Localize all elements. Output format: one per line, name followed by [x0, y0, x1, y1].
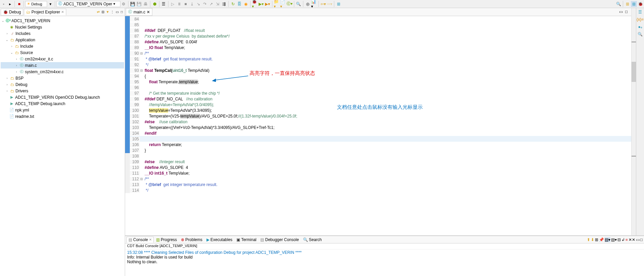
remove-icon[interactable]: ▤▾: [611, 237, 617, 242]
tree-npk[interactable]: 📄npk.yml: [1, 107, 124, 113]
step-over-icon[interactable]: ↷: [202, 1, 208, 7]
nav-fwd-icon[interactable]: ⇨▾: [327, 1, 333, 7]
lock-scroll-icon[interactable]: ⊟: [617, 237, 621, 242]
tree-source[interactable]: ⌄🗀Source: [1, 49, 124, 56]
tab-terminal[interactable]: ▣Terminal: [235, 237, 258, 242]
new-proj-icon[interactable]: 📁▾: [274, 1, 280, 7]
remove-all-icon[interactable]: ✕✕: [629, 237, 635, 242]
terminate-icon[interactable]: ■: [183, 1, 189, 7]
run-icon[interactable]: ▶▾: [258, 1, 264, 7]
min-icon[interactable]: ▭: [636, 237, 640, 242]
tree-launch2[interactable]: ▶ADC1_TEMP Debug.launch: [1, 100, 124, 107]
new-src-icon[interactable]: 📄▾: [280, 1, 286, 7]
close-icon[interactable]: ✕: [61, 10, 64, 14]
tree-nuclei[interactable]: ◉Nuclei Settings: [1, 24, 124, 30]
persp3-icon[interactable]: 🐞: [637, 1, 643, 7]
back-icon[interactable]: ◦: [1, 1, 7, 7]
breakpoints-icon[interactable]: ●ₒ: [638, 24, 643, 30]
minimize-icon[interactable]: ▭: [619, 9, 624, 15]
tree-drivers[interactable]: ›🗀Drivers: [1, 88, 124, 94]
resume-icon[interactable]: ▷: [170, 1, 176, 7]
lineno: 113: [130, 182, 140, 187]
tab-console[interactable]: ▤Console✕: [126, 237, 154, 243]
drop-icon[interactable]: ⇲: [215, 1, 221, 7]
highlighted-token: tempValue: [180, 114, 199, 119]
instr-icon[interactable]: ⇶: [221, 1, 227, 7]
persp-icon[interactable]: ⊞: [336, 1, 342, 7]
menu-icon[interactable]: ⋮: [110, 10, 115, 14]
code-editor[interactable]: 高亮字符，一直保持高亮状态 文档任意处点击鼠标没有输入光标显示 84 85 86…: [125, 16, 631, 235]
max-icon[interactable]: □: [640, 237, 643, 242]
tree-readme[interactable]: 📄readme.txt: [1, 113, 124, 120]
launch-config-combo[interactable]: ⓒ ADC1_TEMP_VERIN Oper ▾: [56, 1, 120, 7]
gear-icon[interactable]: ⚙: [121, 1, 127, 7]
link-editor-icon[interactable]: ⇄: [96, 10, 101, 14]
project-tree[interactable]: ⌄ⓒˢADC1_TEMP_VERIN ◉Nuclei Settings ›⫽In…: [0, 16, 125, 276]
bug-icon[interactable]: 🐞▾: [252, 1, 258, 7]
editor-tab-main[interactable]: ⓒmain.c✕: [126, 8, 152, 16]
tab-search[interactable]: 🔍Search: [301, 237, 324, 242]
restart-icon[interactable]: ↻: [230, 1, 236, 7]
tree-file-sys[interactable]: ›ⓒsystem_cm32m4xxr.c: [1, 68, 124, 75]
nav-back-icon[interactable]: ⇦▾: [320, 1, 326, 7]
lineno: 97: [130, 91, 140, 96]
tab-problems[interactable]: ⊗Problems: [179, 237, 204, 242]
suspend-icon[interactable]: ⏸: [176, 1, 182, 7]
debug-config-combo[interactable]: Debug: [25, 1, 47, 7]
forward-icon[interactable]: ▸: [7, 1, 13, 7]
display-icon[interactable]: ▤▾: [605, 237, 610, 242]
expr-icon[interactable]: 🔍: [638, 32, 643, 37]
tree-include[interactable]: ›🗀Include: [1, 43, 124, 49]
run-dropdown-icon[interactable]: ▾: [47, 1, 53, 7]
wrap-icon[interactable]: ↲: [621, 237, 625, 242]
step-into-icon[interactable]: ↘: [195, 1, 201, 7]
console-body[interactable]: 15:32:08 **** Cleaning Selected Files of…: [125, 249, 644, 276]
tab-progress[interactable]: ▥Progress: [154, 237, 179, 242]
tree-debug[interactable]: ›🗀Debug: [1, 81, 124, 88]
filter-icon[interactable]: ▼: [105, 10, 110, 14]
new-class-icon[interactable]: ⓒ▾: [287, 1, 293, 7]
overview-ruler[interactable]: [631, 8, 636, 235]
vars-icon[interactable]: (x)=: [638, 17, 643, 22]
tab-debugger-console[interactable]: ▤Debugger Console: [259, 237, 300, 242]
tree-file-it[interactable]: ›ⓒcm32m4xxr_it.c: [1, 56, 124, 62]
prof-icon[interactable]: 📊▾: [311, 1, 317, 7]
print-icon[interactable]: 🖶: [143, 1, 149, 7]
tab-debug[interactable]: 🐞Debug: [1, 9, 23, 15]
tree-file-main[interactable]: ›ⓒmain.c: [1, 62, 124, 68]
disconnect-icon[interactable]: ⤓: [189, 1, 195, 7]
tab-project-explorer[interactable]: 🗂Project Explorer✕: [24, 9, 66, 15]
search-tool-icon[interactable]: 🔍: [296, 1, 302, 7]
maximize-icon[interactable]: □: [625, 9, 631, 15]
stop-icon[interactable]: ■: [16, 1, 22, 7]
tree-application[interactable]: ⌄🗀Application: [1, 37, 124, 43]
close-icon[interactable]: ✕: [147, 10, 150, 14]
step-return-icon[interactable]: ↗: [208, 1, 214, 7]
nuclei-icon[interactable]: ◉: [243, 1, 249, 7]
db-icon[interactable]: 🗄: [236, 1, 242, 7]
scroll-down-icon[interactable]: ⬇: [591, 237, 594, 242]
tree-launch1[interactable]: ▶ADC1_TEMP_VERIN OpenOCD Debug.launch: [1, 94, 124, 100]
save-all-icon[interactable]: 💾: [136, 1, 142, 7]
ext-icon[interactable]: ▶▾: [265, 1, 271, 7]
build-icon[interactable]: ⬢: [152, 1, 158, 7]
pin-icon[interactable]: 📌: [599, 237, 604, 242]
persp2-icon[interactable]: ⊞: [631, 1, 637, 7]
close-icon[interactable]: ✕: [149, 238, 152, 241]
clear-icon[interactable]: ⊞: [595, 237, 598, 242]
collapse-all-icon[interactable]: ⊟: [101, 10, 105, 14]
persp1-icon[interactable]: ⊞: [624, 1, 631, 7]
tree-includes[interactable]: ›⫽Includes: [1, 30, 124, 37]
tree-project[interactable]: ⌄ⓒˢADC1_TEMP_VERIN: [1, 17, 124, 24]
save-icon[interactable]: 💾: [130, 1, 136, 7]
maximize-icon[interactable]: □: [119, 10, 124, 14]
scroll-up-icon[interactable]: ⬆: [587, 237, 590, 242]
quick-access-icon[interactable]: 🔍: [615, 1, 621, 7]
terminate2-icon[interactable]: ■: [626, 237, 628, 242]
mark-icon[interactable]: ◎: [305, 1, 311, 7]
outline-icon[interactable]: ☰: [638, 9, 643, 15]
toggle-icon[interactable]: ☰: [161, 1, 167, 7]
tree-bsp[interactable]: ›🗀BSP: [1, 75, 124, 81]
tab-executables[interactable]: ▶Executables: [205, 237, 234, 242]
minimize-icon[interactable]: ▭: [115, 10, 119, 14]
